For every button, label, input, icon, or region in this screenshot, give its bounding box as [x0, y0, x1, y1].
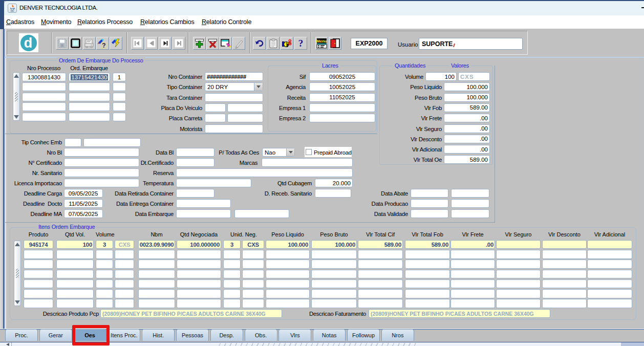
svg-text:Menu: Menu — [316, 39, 327, 44]
svg-text:?: ? — [102, 42, 106, 49]
svg-text:d: d — [24, 35, 33, 51]
